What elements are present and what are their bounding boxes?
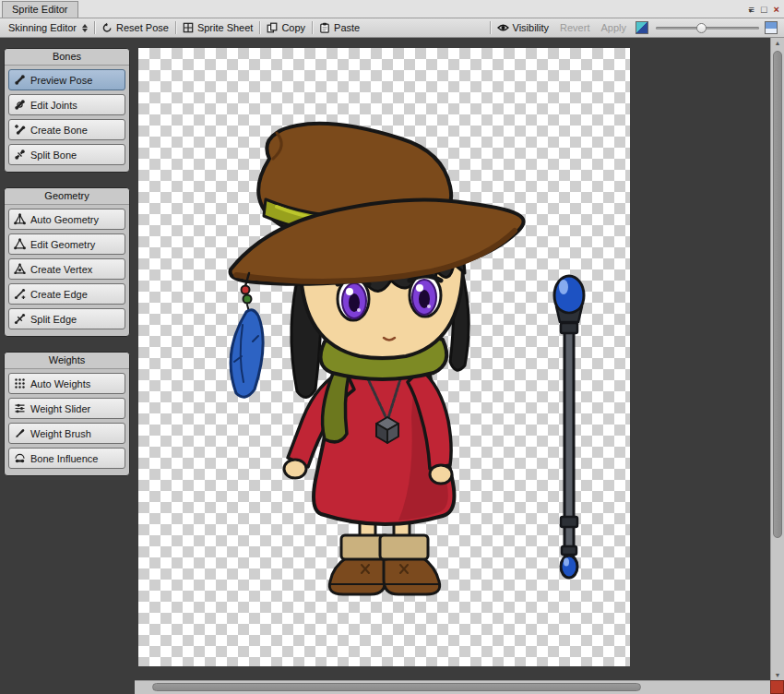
paste-label: Paste xyxy=(334,22,360,33)
pane-menu-icon[interactable]: ▾≡ xyxy=(748,4,754,15)
create-vertex-button[interactable]: Create Vertex xyxy=(8,258,125,280)
scroll-down-icon[interactable]: ▼ xyxy=(771,672,784,678)
boots xyxy=(329,535,440,594)
revert-label: Revert xyxy=(560,22,589,33)
horizontal-scrollbar-thumb[interactable] xyxy=(152,683,641,691)
toolbar-separator xyxy=(94,21,95,34)
sprite-sheet-button[interactable]: Sprite Sheet xyxy=(177,18,259,37)
copy-label: Copy xyxy=(281,22,305,33)
hat-graphic xyxy=(231,124,524,284)
bones-panel: Bones Preview Pose Edit Joints Create Bo… xyxy=(4,48,130,173)
zoom-slider-track[interactable] xyxy=(656,27,759,30)
tool-label: Create Edge xyxy=(30,289,88,300)
split-bone-button[interactable]: Split Bone xyxy=(8,144,125,165)
toolbar: Skinning Editor Reset Pose Sprite Sheet … xyxy=(0,18,784,38)
preview-pose-button[interactable]: Preview Pose xyxy=(8,69,125,90)
copy-button[interactable]: Copy xyxy=(261,18,311,37)
weight-slider-icon xyxy=(14,402,26,414)
geometry-panel: Geometry Auto Geometry Edit Geometry Cre… xyxy=(4,187,130,337)
tool-label: Create Vertex xyxy=(30,264,92,275)
tool-label: Weight Slider xyxy=(30,403,90,414)
tool-label: Split Bone xyxy=(30,150,77,161)
toolbar-separator xyxy=(312,21,313,34)
create-bone-icon xyxy=(14,124,26,136)
panel-title: Geometry xyxy=(5,188,129,205)
chevron-updown-icon xyxy=(82,24,88,32)
sprite-sheet-icon xyxy=(183,22,194,33)
weights-panel: Weights Auto Weights Weight Slider Weigh… xyxy=(4,352,130,476)
window-tab[interactable]: Sprite Editor xyxy=(2,1,78,18)
weight-brush-icon xyxy=(14,427,26,439)
tool-label: Auto Weights xyxy=(30,378,90,389)
channel-swatch[interactable] xyxy=(765,21,778,34)
reset-pose-icon xyxy=(101,22,113,33)
eye-icon xyxy=(497,23,509,32)
create-edge-button[interactable]: Create Edge xyxy=(8,283,125,305)
scroll-up-icon[interactable]: ▲ xyxy=(771,40,784,46)
zoom-slider-thumb[interactable] xyxy=(696,23,707,33)
sprite-sheet-label: Sprite Sheet xyxy=(197,22,254,33)
toolbar-separator xyxy=(490,21,491,34)
tool-label: Edit Geometry xyxy=(30,239,95,250)
window-controls: ▾≡ □ × xyxy=(748,1,779,17)
character-sprite xyxy=(138,48,630,666)
panel-title: Weights xyxy=(5,353,129,369)
horizontal-scrollbar[interactable] xyxy=(135,680,770,694)
split-edge-button[interactable]: Split Edge xyxy=(8,308,125,329)
tool-label: Split Edge xyxy=(30,314,77,325)
edit-geometry-icon xyxy=(14,238,26,250)
tool-label: Auto Geometry xyxy=(30,214,99,225)
paste-icon xyxy=(319,22,330,33)
auto-geometry-button[interactable]: Auto Geometry xyxy=(8,209,125,230)
preview-pose-icon xyxy=(14,74,26,86)
feather-charm-graphic xyxy=(231,273,263,397)
auto-weights-icon xyxy=(14,377,26,389)
staff-graphic xyxy=(554,276,584,578)
tool-label: Bone Influence xyxy=(30,453,98,464)
visibility-toggle[interactable]: Visibility xyxy=(492,18,555,37)
character-graphic xyxy=(231,124,524,594)
toolbar-separator xyxy=(259,21,260,34)
create-bone-button[interactable]: Create Bone xyxy=(8,119,125,140)
apply-label: Apply xyxy=(600,22,626,33)
sprite-canvas[interactable] xyxy=(138,48,630,666)
close-icon[interactable]: × xyxy=(774,4,779,15)
skinning-editor-dropdown[interactable]: Skinning Editor xyxy=(3,18,93,37)
reset-pose-button[interactable]: Reset Pose xyxy=(96,18,174,37)
bone-influence-icon xyxy=(14,452,26,464)
tool-label: Create Bone xyxy=(30,125,88,136)
vertical-scrollbar-thumb[interactable] xyxy=(773,51,782,538)
visibility-label: Visibility xyxy=(513,22,550,33)
dropdown-label: Skinning Editor xyxy=(8,22,77,33)
split-edge-icon xyxy=(14,313,26,325)
reset-pose-label: Reset Pose xyxy=(116,22,169,33)
weight-brush-button[interactable]: Weight Brush xyxy=(8,423,125,444)
menu-icon: ≡ xyxy=(748,4,754,15)
panel-title: Bones xyxy=(5,49,129,66)
auto-weights-button[interactable]: Auto Weights xyxy=(8,373,125,394)
copy-icon xyxy=(267,22,278,33)
skinning-tool-sidebar: Bones Preview Pose Edit Joints Create Bo… xyxy=(0,38,135,680)
rgb-alpha-swatch[interactable] xyxy=(636,21,648,34)
edit-joints-icon xyxy=(14,99,26,111)
tool-label: Preview Pose xyxy=(30,75,92,86)
paste-button[interactable]: Paste xyxy=(314,18,365,37)
edit-geometry-button[interactable]: Edit Geometry xyxy=(8,233,125,255)
edit-joints-button[interactable]: Edit Joints xyxy=(8,94,125,115)
apply-button[interactable]: Apply xyxy=(595,18,632,37)
revert-button[interactable]: Revert xyxy=(554,18,595,37)
titlebar: Sprite Editor ▾≡ □ × xyxy=(0,0,784,18)
split-bone-icon xyxy=(14,149,26,161)
toolbar-separator xyxy=(175,21,176,34)
tool-label: Edit Joints xyxy=(30,100,77,111)
zoom-slider[interactable] xyxy=(656,21,759,35)
create-edge-icon xyxy=(14,288,26,300)
resize-grip[interactable] xyxy=(770,680,784,694)
maximize-icon[interactable]: □ xyxy=(761,4,767,15)
vertical-scrollbar[interactable]: ▲ ▼ xyxy=(770,38,784,680)
create-vertex-icon xyxy=(14,263,26,275)
weight-slider-button[interactable]: Weight Slider xyxy=(8,398,125,419)
bone-influence-button[interactable]: Bone Influence xyxy=(8,448,125,469)
tool-label: Weight Brush xyxy=(30,428,91,439)
auto-geometry-icon xyxy=(14,213,26,225)
